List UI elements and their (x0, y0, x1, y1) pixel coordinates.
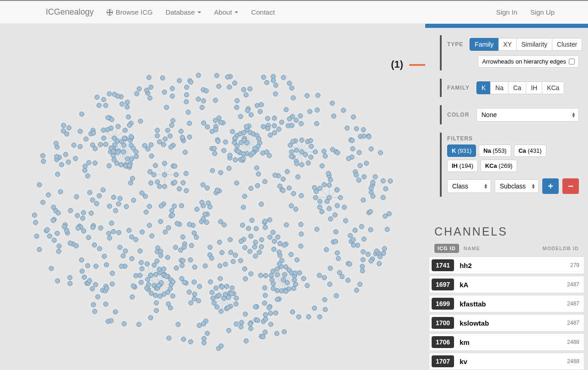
svg-point-386 (117, 230, 121, 235)
svg-point-178 (299, 162, 304, 167)
svg-point-869 (200, 200, 204, 204)
svg-point-654 (229, 250, 233, 255)
family-btn-kca[interactable]: KCa (542, 81, 564, 94)
svg-point-410 (285, 169, 289, 174)
channel-modeldb-id: 2487 (567, 320, 579, 326)
svg-point-613 (234, 322, 239, 326)
svg-point-814 (91, 143, 95, 147)
svg-point-344 (281, 177, 285, 182)
nav-about[interactable]: About (214, 8, 238, 16)
filter-tag-ca[interactable]: Ca (431) (514, 145, 546, 157)
nav-contact[interactable]: Contact (251, 8, 275, 16)
svg-point-822 (276, 235, 280, 239)
svg-point-211 (139, 267, 144, 271)
channel-row[interactable]: 1697kA2487 (429, 276, 584, 293)
family-btn-na[interactable]: Na (490, 81, 508, 94)
filter-tag-k[interactable]: K (931) (447, 145, 476, 157)
nav-browse[interactable]: Browse ICG (107, 8, 153, 16)
channel-modeldb-id: 2488 (567, 339, 579, 345)
svg-point-394 (255, 318, 260, 322)
svg-point-564 (275, 273, 279, 277)
channel-row[interactable]: 1707kv2488 (429, 353, 584, 370)
nav-signup[interactable]: Sign Up (530, 8, 555, 16)
svg-point-307 (34, 234, 39, 238)
svg-point-867 (56, 249, 61, 254)
graph-canvas[interactable] (0, 24, 425, 370)
nav-database[interactable]: Database (166, 8, 201, 16)
family-btn-k[interactable]: K (476, 81, 491, 94)
svg-point-249 (162, 172, 167, 177)
svg-point-318 (84, 137, 88, 141)
svg-point-740 (67, 126, 71, 130)
channel-row[interactable]: 1741hh2279 (429, 257, 584, 274)
svg-point-917 (74, 194, 79, 199)
channel-row[interactable]: 1700kslowtab2487 (429, 314, 584, 332)
remove-filter-button[interactable]: − (562, 178, 579, 194)
svg-point-142 (112, 157, 117, 162)
channel-row[interactable]: 1706km2488 (429, 333, 584, 351)
svg-point-762 (259, 245, 264, 249)
svg-point-904 (158, 249, 163, 254)
channel-row[interactable]: 1699kfasttab2487 (429, 295, 584, 312)
filter-tag-ih[interactable]: IH (194) (447, 160, 478, 172)
svg-point-741 (373, 175, 378, 179)
svg-point-765 (239, 320, 244, 325)
nav-database-label: Database (166, 8, 195, 16)
select-caret-icon: ▲▼ (572, 112, 576, 118)
add-filter-button[interactable]: + (542, 178, 559, 194)
svg-point-923 (248, 322, 252, 326)
family-btn-ih[interactable]: IH (526, 81, 542, 94)
svg-point-199 (154, 272, 158, 277)
svg-point-459 (262, 285, 267, 290)
svg-point-780 (233, 157, 238, 162)
color-select[interactable]: None ▲▼ (476, 108, 579, 122)
svg-point-445 (203, 263, 208, 268)
navbar: ICGenealogy Browse ICG Database About Co… (0, 0, 588, 24)
nav-signin[interactable]: Sign In (496, 8, 518, 16)
svg-point-804 (367, 134, 371, 139)
svg-point-709 (94, 264, 98, 268)
svg-point-680 (262, 179, 267, 184)
svg-point-555 (177, 187, 182, 191)
col-name[interactable]: NAME (464, 246, 480, 251)
col-modeldb-id[interactable]: MODELDB ID (542, 246, 579, 251)
svg-point-378 (111, 229, 116, 234)
svg-point-239 (219, 309, 223, 314)
col-icg-id[interactable]: ICG ID (434, 244, 459, 253)
svg-point-885 (225, 75, 230, 79)
svg-point-790 (159, 204, 164, 208)
svg-point-439 (255, 183, 260, 188)
svg-point-735 (252, 146, 257, 150)
svg-point-828 (157, 184, 162, 189)
filter-tag-na[interactable]: Na (553) (479, 145, 511, 157)
subclass-select[interactable]: Subclass ▲▼ (495, 179, 539, 193)
svg-point-403 (137, 86, 141, 91)
svg-point-444 (107, 91, 112, 96)
svg-point-497 (259, 202, 263, 206)
nav-about-label: About (214, 8, 232, 16)
brand[interactable]: ICGenealogy (46, 7, 94, 17)
svg-point-421 (345, 126, 349, 130)
type-btn-family[interactable]: Family (470, 38, 498, 51)
svg-point-655 (383, 214, 387, 219)
svg-point-879 (353, 228, 358, 232)
color-label: COLOR (447, 112, 470, 118)
svg-point-679 (218, 276, 223, 281)
svg-point-582 (283, 289, 288, 294)
svg-point-406 (340, 274, 344, 279)
type-btn-similarity[interactable]: Similarity (516, 38, 552, 51)
svg-point-693 (201, 98, 206, 103)
type-btn-cluster[interactable]: Cluster (552, 38, 582, 51)
svg-point-824 (209, 256, 214, 260)
channel-name: kslowtab (460, 319, 489, 327)
arrowheads-checkbox[interactable] (569, 59, 575, 64)
class-select[interactable]: Class ▲▼ (447, 179, 491, 193)
family-btn-ca[interactable]: Ca (508, 81, 526, 94)
filter-tag-kca[interactable]: KCa (269) (481, 160, 517, 172)
svg-point-669 (213, 118, 218, 123)
svg-point-615 (163, 137, 167, 141)
arrowheads-toggle[interactable]: Arrowheads on hierarchy edges (478, 55, 579, 68)
svg-point-465 (248, 249, 252, 254)
svg-point-713 (181, 235, 185, 239)
type-btn-xy[interactable]: XY (498, 38, 517, 51)
